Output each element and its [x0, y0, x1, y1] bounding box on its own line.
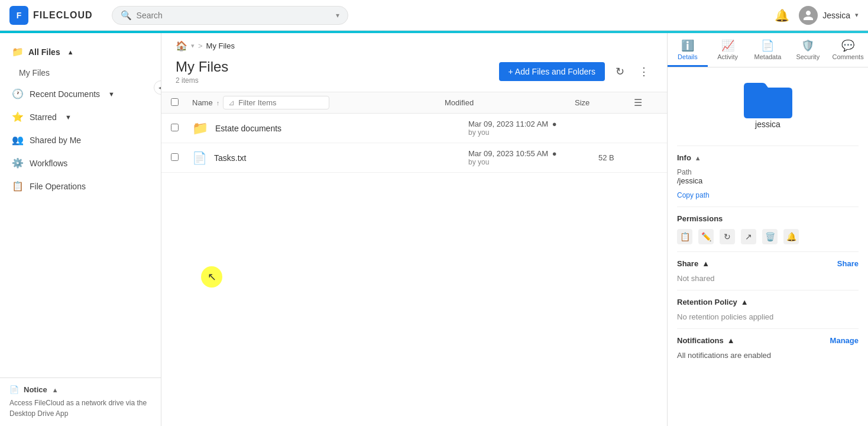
permissions-section-title: Permissions: [677, 206, 859, 223]
path-label: Path: [677, 168, 859, 176]
modified-dot: ●: [552, 149, 557, 158]
right-panel-body: jessica Info ▲ Path /jessica Copy path P…: [668, 67, 868, 426]
folder-display-name: jessica: [755, 120, 780, 129]
size-col-header: Size: [575, 98, 634, 107]
notifications-section-title: Notifications ▲ Manage: [677, 328, 859, 345]
right-panel: ℹ️ Details 📈 Activity 📄 Metadata 🛡️ Secu…: [667, 33, 868, 426]
tab-metadata[interactable]: 📄 Metadata: [748, 33, 788, 67]
more-options-button[interactable]: ⋮: [635, 62, 653, 82]
table-row[interactable]: 📄 Tasks.txt Mar 09, 2023 10:55 AM ● by y…: [161, 143, 667, 173]
notice-chevron: ▲: [52, 386, 59, 393]
starred-chevron: ▼: [65, 114, 72, 121]
modified-col-label: Modified: [445, 98, 474, 107]
search-dropdown-icon[interactable]: ▾: [336, 11, 339, 20]
permissions-title-label: Permissions: [677, 214, 723, 223]
comments-tab-icon: 💬: [841, 39, 854, 52]
notice-header: 📄 Notice ▲: [9, 385, 151, 394]
info-section-title: Info ▲: [677, 146, 859, 162]
perm-copy-icon[interactable]: 📋: [677, 229, 692, 244]
search-bar[interactable]: 🔍 ▾: [112, 6, 348, 25]
user-menu[interactable]: Jessica ▾: [799, 6, 859, 25]
actions-col: ☰: [634, 97, 658, 108]
perm-edit-icon[interactable]: ✏️: [698, 229, 714, 244]
notice-text: Access FileCloud as a network drive via …: [9, 398, 151, 419]
notifications-section: Notifications ▲ Manage All notifications…: [677, 328, 859, 360]
user-name: Jessica: [822, 11, 850, 20]
modified-dot: ●: [552, 120, 557, 128]
perm-notify-icon[interactable]: 🔔: [783, 229, 799, 244]
refresh-button[interactable]: ↻: [612, 62, 628, 82]
sidebar-item-file-operations[interactable]: 📋 File Operations: [0, 175, 161, 198]
file-ops-icon: 📋: [12, 180, 24, 192]
filter-icon: ⊿: [228, 98, 235, 107]
sidebar-item-workflows[interactable]: ⚙️ Workflows: [0, 151, 161, 175]
select-all-checkbox[interactable]: [171, 98, 179, 106]
sidebar-item-my-files[interactable]: My Files: [0, 63, 161, 82]
notifications-text: All notifications are enabled: [677, 351, 859, 360]
workflows-icon: ⚙️: [12, 157, 24, 169]
sidebar-item-all-files[interactable]: 📁 All Files ▲: [0, 40, 161, 63]
sidebar-footer: 📄 Notice ▲ Access FileCloud as a network…: [0, 377, 161, 426]
tab-security[interactable]: 🛡️ Security: [788, 33, 828, 67]
search-icon: 🔍: [121, 10, 132, 21]
share-link[interactable]: Share: [837, 259, 859, 268]
app-logo[interactable]: F FILECLOUD: [9, 6, 93, 25]
file-checkbox[interactable]: [171, 153, 179, 161]
name-sort-icon[interactable]: ↑: [216, 99, 220, 106]
tab-activity[interactable]: 📈 Activity: [708, 33, 748, 67]
perm-share-icon[interactable]: ↗: [741, 229, 756, 244]
share-title-label: Share: [677, 259, 698, 268]
folder-file-icon: 📁: [192, 121, 208, 136]
metadata-tab-icon: 📄: [761, 39, 774, 52]
file-size-col: 52 B: [598, 153, 658, 162]
sidebar-item-recent-documents[interactable]: 🕐 Recent Documents ▼: [0, 82, 161, 105]
tab-details[interactable]: ℹ️ Details: [668, 33, 708, 67]
txt-file-icon: 📄: [192, 151, 207, 165]
workflows-label: Workflows: [30, 159, 67, 168]
breadcrumb-home-icon[interactable]: 🏠: [176, 40, 187, 51]
activity-tab-label: Activity: [717, 53, 738, 60]
notifications-title-label: Notifications: [677, 336, 724, 345]
permissions-icons-row: 📋 ✏️ ↻ ↗ 🗑️ 🔔: [677, 229, 859, 244]
name-col-header[interactable]: Name ↑ ⊿: [192, 96, 445, 109]
share-collapse-icon: ▲: [702, 259, 710, 268]
security-tab-label: Security: [796, 53, 820, 60]
manage-notifications-link[interactable]: Manage: [830, 336, 859, 345]
content-header: My Files 2 items + Add Files and Folders…: [161, 55, 667, 92]
modified-date: Mar 09, 2023 11:02 AM ●: [468, 120, 598, 128]
recent-docs-label: Recent Documents: [30, 89, 100, 99]
perm-delete-icon[interactable]: 🗑️: [762, 229, 778, 244]
shared-by-me-label: Shared by Me: [30, 135, 81, 145]
sidebar-item-starred[interactable]: ⭐ Starred ▼: [0, 105, 161, 128]
perm-sync-icon[interactable]: ↻: [720, 229, 735, 244]
copy-path-link[interactable]: Copy path: [677, 191, 710, 199]
size-col-label: Size: [575, 98, 590, 107]
sidebar-item-shared-by-me[interactable]: 👥 Shared by Me: [0, 128, 161, 151]
shared-icon: 👥: [12, 134, 24, 146]
modified-by: by you: [468, 128, 598, 137]
add-files-button[interactable]: + Add Files and Folders: [499, 62, 605, 81]
table-row[interactable]: 📁 Estate documents Mar 09, 2023 11:02 AM…: [161, 114, 667, 143]
info-collapse-icon[interactable]: ▲: [695, 154, 701, 162]
right-panel-tabs: ℹ️ Details 📈 Activity 📄 Metadata 🛡️ Secu…: [668, 33, 868, 67]
notification-bell[interactable]: 🔔: [775, 8, 789, 22]
retention-section-title: Retention Policy ▲: [677, 290, 859, 306]
search-input[interactable]: [137, 11, 331, 20]
file-name-col: 📁 Estate documents: [192, 121, 468, 136]
all-files-chevron: ▲: [67, 49, 74, 56]
breadcrumb: 🏠 ▾ > My Files: [161, 33, 667, 55]
breadcrumb-dropdown-icon[interactable]: ▾: [191, 42, 195, 50]
user-avatar: [799, 6, 818, 25]
comments-tab-label: Comments: [832, 53, 863, 60]
filter-input-container[interactable]: ⊿: [223, 96, 329, 109]
filter-input[interactable]: [238, 98, 324, 107]
folder-icon: 📁: [12, 46, 24, 57]
security-tab-icon: 🛡️: [801, 39, 814, 52]
view-toggle-button[interactable]: ☰: [634, 98, 642, 108]
modified-by: by you: [468, 158, 598, 166]
name-col-label: Name: [192, 98, 213, 107]
info-title-label: Info: [677, 153, 691, 162]
tab-comments[interactable]: 💬 Comments: [828, 33, 868, 67]
file-checkbox[interactable]: [171, 124, 179, 131]
row-check: [171, 124, 192, 133]
